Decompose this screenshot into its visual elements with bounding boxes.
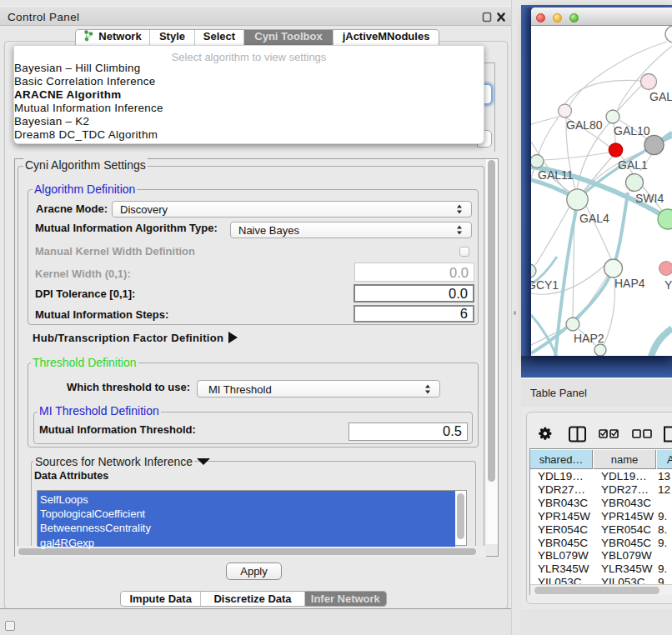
svg-text:GAL11: GAL11 [538,168,574,182]
svg-text:GAL10: GAL10 [614,124,650,138]
svg-text:SWI4: SWI4 [635,192,664,205]
svg-text:GAL80: GAL80 [566,118,603,132]
svg-text:GAL2: GAL2 [649,90,672,103]
svg-text:GCY1: GCY1 [531,278,559,292]
svg-text:Y: Y [664,278,672,292]
svg-text:HAP2: HAP2 [574,332,604,345]
svg-text:GAL1: GAL1 [618,158,648,172]
svg-text:GAL4: GAL4 [579,212,609,225]
svg-text:HAP4: HAP4 [614,277,645,290]
